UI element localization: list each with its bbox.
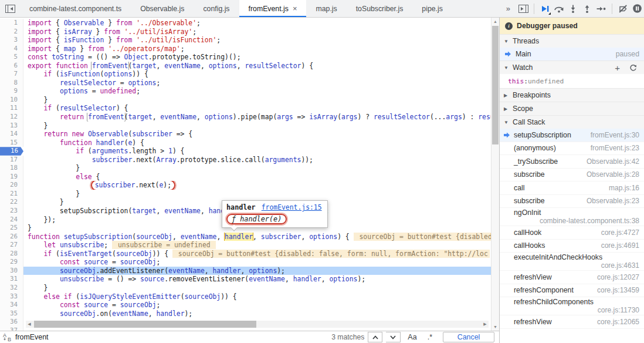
line-number[interactable]: 10 [0,96,23,105]
line-number[interactable]: 25 [0,224,23,233]
search-next-button[interactable] [386,332,401,342]
line-number[interactable]: 14 [0,130,23,139]
line-number[interactable]: 31 [0,275,23,284]
scroll-left-arrow-icon[interactable]: ◀ [26,321,33,328]
line-number[interactable]: 26 [0,233,23,241]
scroll-up-arrow-icon[interactable]: ▲ [492,18,499,25]
search-cancel-button[interactable]: Cancel [443,332,494,342]
resume-script-button[interactable] [538,2,552,16]
line-number[interactable]: 18 [0,164,23,173]
callstack-frame-subscribe[interactable]: subscribeObservable.js:23 [500,195,644,209]
section-header-callstack[interactable]: ▼ Call Stack [500,115,644,129]
line-number[interactable]: 1 [0,19,23,28]
line-number[interactable]: 19 [0,173,23,181]
collapse-triangle-icon[interactable]: ▶ [504,93,509,98]
callstack-frame-callHook[interactable]: callHookcore.js:4727 [500,226,644,240]
match-case-toggle[interactable]: Aa [404,333,420,341]
line-number[interactable]: 17 [0,156,23,164]
code-editor[interactable]: 1import { Observable } from '../Observab… [0,18,499,331]
section-header-watch[interactable]: ▼ Watch + [500,60,644,74]
watch-value: undefined [528,78,564,85]
line-number[interactable]: 3 [0,36,23,45]
line-number[interactable]: 29 [0,258,23,267]
add-watch-expression-button[interactable]: + [612,63,623,72]
section-header-breakpoints[interactable]: ▶ Breakpoints [500,88,644,102]
callstack-frame-_trySubscribe[interactable]: _trySubscribeObservable.js:42 [500,155,644,169]
line-number[interactable]: 7 [0,70,23,79]
line-number[interactable]: 20 [0,181,23,190]
file-tab-map.js[interactable]: map.js [306,0,346,17]
vertical-scroll-thumb[interactable] [492,26,499,144]
file-tab-fromEvent.js[interactable]: fromEvent.js× [239,0,307,17]
line-number[interactable]: 8 [0,79,23,88]
callstack-frame-refreshView[interactable]: refreshViewcore.js:12065 [500,315,644,329]
step-into-button[interactable] [566,2,580,16]
line-number[interactable]: 34 [0,301,23,310]
callstack-frame-setupSubscription[interactable]: setupSubscriptionfromEvent.js:30 [500,129,644,142]
step-button[interactable] [594,2,608,16]
line-number[interactable]: 23 [0,207,23,216]
refresh-watch-button[interactable] [626,64,640,72]
line-number[interactable]: 13 [0,122,23,130]
line-number[interactable]: 6 [0,62,23,70]
callstack-frame-call[interactable]: callmap.js:16 [500,181,644,195]
line-number[interactable]: 37 [0,327,23,331]
callstack-frame-(anonymous)[interactable]: (anonymous)fromEvent.js:23 [500,142,644,156]
line-number[interactable]: 28 [0,250,23,258]
line-number[interactable]: 32 [0,284,23,292]
step-over-button[interactable] [552,2,566,16]
file-tab-config.js[interactable]: config.js [194,0,239,17]
file-tab-Observable.js[interactable]: Observable.js [131,0,194,17]
popup-source-link[interactable]: fromEvent.js:15 [262,203,322,213]
callstack-frame-callHooks[interactable]: callHookscore.js:4691 [500,240,644,253]
line-number[interactable]: 4 [0,45,23,53]
line-number[interactable]: 22 [0,198,23,207]
line-number[interactable]: 5 [0,53,23,62]
breakpoint-marker[interactable]: 16 [0,147,23,156]
callstack-frame-ngOnInit[interactable]: ngOnInitcombine-latest.component.ts:38 [500,208,644,226]
file-tab-pipe.js[interactable]: pipe.js [412,0,452,17]
callstack-frame-executeInitAndCheckHooks[interactable]: executeInitAndCheckHookscore.js:4631 [500,253,644,271]
more-tabs-chevron[interactable]: » [500,0,516,17]
line-number[interactable]: 21 [0,190,23,199]
collapse-triangle-icon[interactable]: ▼ [504,120,509,125]
scroll-down-arrow-icon[interactable]: ▼ [492,323,499,331]
callstack-frame-refreshView[interactable]: refreshViewcore.js:12027 [500,271,644,284]
line-number[interactable]: 36 [0,318,23,327]
line-number[interactable]: 30 [0,267,23,275]
vertical-scrollbar[interactable]: ▲ ▼ [491,18,499,331]
section-header-threads[interactable]: ▼ Threads [500,34,644,48]
search-previous-button[interactable] [368,332,382,342]
section-header-scope[interactable]: ▶ Scope [500,102,644,115]
line-number[interactable]: 9 [0,87,23,96]
line-number[interactable]: 12 [0,113,23,122]
thread-row-main[interactable]: Main paused [500,48,644,60]
line-number[interactable]: 33 [0,292,23,301]
line-number[interactable]: 2 [0,28,23,36]
line-number[interactable]: 24 [0,216,23,224]
callstack-frame-refreshChildComponents[interactable]: refreshChildComponentscore.js:11730 [500,297,644,315]
collapse-triangle-icon[interactable]: ▼ [504,65,509,70]
watch-expression-row[interactable]: this : undefined [500,74,644,88]
regex-toggle[interactable]: .* [424,333,436,341]
pause-on-exceptions-button[interactable] [630,2,644,16]
tab-close-icon[interactable]: × [293,5,297,12]
file-tab-combine-latest.component.ts[interactable]: combine-latest.component.ts [20,0,131,17]
collapse-triangle-icon[interactable]: ▶ [504,106,509,112]
toggle-navigator-sidebar-button[interactable] [0,0,20,17]
collapse-triangle-icon[interactable]: ▼ [504,39,509,44]
deactivate-breakpoints-button[interactable] [616,2,630,16]
line-number[interactable]: 11 [0,104,23,113]
line-number[interactable]: 27 [0,241,23,250]
line-number[interactable]: 15 [0,139,23,147]
callstack-frame-subscribe[interactable]: subscribeObservable.js:28 [500,169,644,182]
horizontal-scrollbar[interactable]: ◀ ▶ [26,321,489,328]
search-input[interactable] [15,333,328,341]
toggle-debugger-sidebar-button[interactable] [516,2,530,16]
line-number[interactable]: 35 [0,310,23,318]
file-tab-toSubscriber.js[interactable]: toSubscriber.js [347,0,413,17]
scroll-right-arrow-icon[interactable]: ▶ [482,321,489,328]
step-out-button[interactable] [580,2,594,16]
callstack-frame-refreshComponent[interactable]: refreshComponentcore.js:13459 [500,284,644,298]
horizontal-scroll-thumb[interactable] [34,321,256,328]
